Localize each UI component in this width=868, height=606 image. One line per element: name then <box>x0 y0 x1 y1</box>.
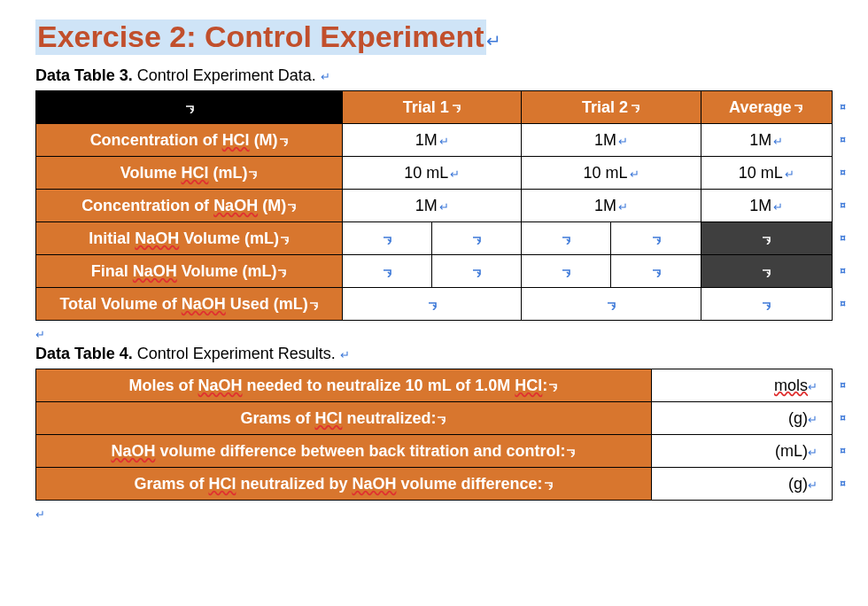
t3-r5-t2b[interactable] <box>611 255 701 288</box>
cell-mark-icon <box>286 200 297 214</box>
paragraph-mark-icon: ↵ <box>486 30 501 51</box>
title-text: Exercise 2: Control Experiment <box>35 19 486 55</box>
row-end-mark-icon: ¤ <box>840 134 846 146</box>
cell-mark-icon <box>382 266 392 279</box>
paragraph-mark-icon: ↵ <box>439 200 449 214</box>
t3-r4-t2a[interactable] <box>522 222 611 255</box>
t3-r4-t1b[interactable] <box>432 222 522 255</box>
t3-r2-avg[interactable]: 10 mL↵¤ <box>701 157 832 190</box>
t3-r5-t1a[interactable] <box>343 255 432 288</box>
cell-mark-icon <box>276 266 287 279</box>
t3-r1-trial1[interactable]: 1M↵ <box>343 124 522 157</box>
t3-r6-avg[interactable]: ¤ <box>701 288 832 321</box>
cell-mark-icon <box>561 233 571 246</box>
t3-r1-trial2[interactable]: 1M↵ <box>522 124 701 157</box>
t3-r6-trial2[interactable] <box>522 288 701 321</box>
cell-mark-icon <box>308 299 319 312</box>
paragraph-mark-icon: ↵ <box>439 135 449 148</box>
paragraph-mark-icon: ↵ <box>773 135 783 148</box>
row-end-mark-icon: ¤ <box>840 298 846 310</box>
paragraph-mark-icon: ↵ <box>785 167 794 181</box>
t4-r1-label: Moles of NaOH needed to neutralize 10 mL… <box>36 369 652 402</box>
table4-caption-rest: Control Experiment Results. <box>133 345 336 362</box>
cell-mark-icon <box>651 266 662 279</box>
cell-mark-icon <box>382 233 392 246</box>
table3-caption-bold: Data Table 3. <box>35 66 133 84</box>
table-row: Concentration of HCl (M) 1M↵ 1M↵ 1M↵¤ <box>36 124 833 157</box>
document-page: Exercise 2: Control Experiment↵ Data Tab… <box>0 0 868 542</box>
cell-mark-icon <box>761 299 771 312</box>
cell-mark-icon <box>565 446 576 459</box>
table3-caption-rest: Control Experiment Data. <box>133 66 316 84</box>
table-row: Moles of NaOH needed to neutralize 10 mL… <box>36 369 833 402</box>
table-row: NaOH volume difference between back titr… <box>36 435 833 468</box>
cell-mark-icon <box>561 266 571 279</box>
row-label: Initial NaOH Volume (mL) <box>36 222 343 255</box>
row-label: Volume HCl (mL) <box>36 157 343 190</box>
paragraph-mark-icon: ↵ <box>808 413 818 426</box>
paragraph-mark-icon: ↵ <box>630 167 639 181</box>
paragraph-mark-icon: ↵ <box>340 348 350 361</box>
table3-header-trial1: Trial 1 <box>343 91 522 124</box>
table3-header-average: Average ¤ <box>701 91 832 124</box>
table4-caption-bold: Data Table 4. <box>35 345 133 362</box>
table3-header-row: Trial 1 Trial 2 Average ¤ <box>36 91 833 124</box>
t3-r4-avg: ¤ <box>701 222 832 255</box>
table4-caption: Data Table 4. Control Experiment Results… <box>35 345 833 363</box>
cell-mark-icon <box>761 266 771 279</box>
t3-r4-t2b[interactable] <box>611 222 701 255</box>
t4-r4-label: Grams of HCl neutralized by NaOH volume … <box>36 468 652 501</box>
row-end-mark-icon: ¤ <box>840 412 846 424</box>
t3-r2-trial2[interactable]: 10 mL↵ <box>522 157 701 190</box>
t3-r3-avg[interactable]: 1M↵¤ <box>701 190 832 222</box>
t3-r6-trial1[interactable] <box>343 288 522 321</box>
cell-mark-icon <box>471 233 482 246</box>
cell-mark-icon <box>547 380 558 393</box>
table-row: Total Volume of NaOH Used (mL) ¤ <box>36 288 833 321</box>
table-row: Final NaOH Volume (mL) ¤ <box>36 255 833 288</box>
cell-mark-icon <box>793 101 803 114</box>
t3-r3-trial1[interactable]: 1M↵ <box>343 190 522 222</box>
cell-mark-icon <box>451 101 461 114</box>
table-row: Initial NaOH Volume (mL) ¤ <box>36 222 833 255</box>
paragraph-mark-icon: ↵ <box>321 70 330 83</box>
t3-r2-trial1[interactable]: 10 mL↵ <box>343 157 522 190</box>
cell-mark-icon <box>761 233 771 246</box>
t3-r5-t1b[interactable] <box>432 255 522 288</box>
paragraph-mark-icon: ↵ <box>618 200 628 214</box>
t4-r1-value[interactable]: mols↵¤ <box>651 369 832 402</box>
row-end-mark-icon: ¤ <box>840 478 846 490</box>
row-end-mark-icon: ¤ <box>840 445 846 457</box>
cell-mark-icon <box>279 233 290 246</box>
table-row: Volume HCl (mL) 10 mL↵ 10 mL↵ 10 mL↵¤ <box>36 157 833 190</box>
table3-header-blank <box>36 91 343 124</box>
row-end-mark-icon: ¤ <box>840 199 846 212</box>
t4-r2-value[interactable]: (g)↵¤ <box>651 402 832 435</box>
t3-r3-trial2[interactable]: 1M↵ <box>522 190 701 222</box>
cell-mark-icon <box>278 135 289 148</box>
data-table-3: Trial 1 Trial 2 Average ¤ Concentration … <box>35 90 833 321</box>
t4-r4-value[interactable]: (g)↵¤ <box>651 468 832 501</box>
row-label: Final NaOH Volume (mL) <box>36 255 343 288</box>
blank-paragraph: ↵ <box>35 504 833 523</box>
t3-r5-t2a[interactable] <box>522 255 611 288</box>
row-end-mark-icon: ¤ <box>840 379 846 392</box>
row-end-mark-icon: ¤ <box>840 265 846 277</box>
paragraph-mark-icon: ↵ <box>450 167 460 181</box>
t4-r3-value[interactable]: (mL)↵¤ <box>651 435 832 468</box>
row-label: Concentration of NaOH (M) <box>36 190 343 222</box>
t3-r1-avg[interactable]: 1M↵¤ <box>701 124 832 157</box>
paragraph-mark-icon: ↵ <box>808 446 818 459</box>
blank-paragraph: ↵ <box>35 324 833 343</box>
cell-mark-icon <box>543 478 554 492</box>
t3-r4-t1a[interactable] <box>343 222 432 255</box>
data-table-4: Moles of NaOH needed to neutralize 10 mL… <box>35 369 833 501</box>
paragraph-mark-icon: ↵ <box>808 380 818 393</box>
row-end-mark-icon: ¤ <box>840 167 846 179</box>
table-row: Concentration of NaOH (M) 1M↵ 1M↵ 1M↵¤ <box>36 190 833 222</box>
row-label: Concentration of HCl (M) <box>36 124 343 157</box>
t3-r5-avg: ¤ <box>701 255 832 288</box>
paragraph-mark-icon: ↵ <box>808 478 818 492</box>
cell-mark-icon <box>436 413 446 426</box>
cell-mark-icon <box>471 266 482 279</box>
